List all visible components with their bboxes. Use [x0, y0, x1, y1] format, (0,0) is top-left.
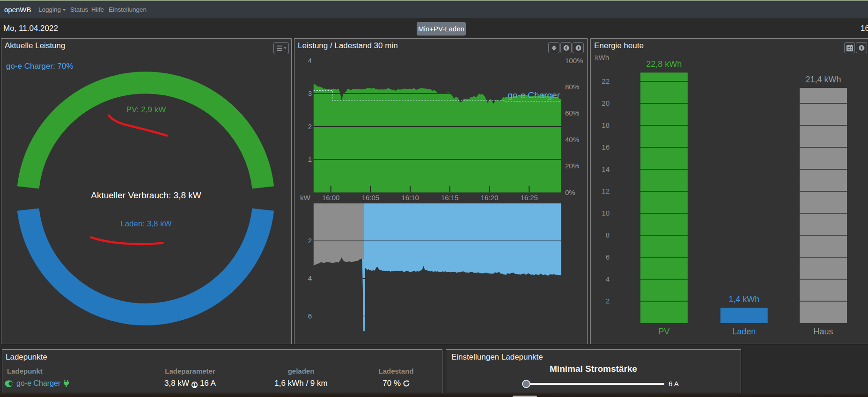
svg-text:16:00: 16:00 [322, 194, 340, 202]
svg-text:20: 20 [602, 99, 610, 107]
svg-text:16:25: 16:25 [520, 194, 538, 202]
svg-text:go-e Charger: go-e Charger [508, 90, 560, 100]
svg-text:60%: 60% [565, 109, 579, 117]
svg-text:6: 6 [308, 312, 312, 320]
svg-text:80%: 80% [565, 83, 579, 91]
svg-text:4: 4 [308, 274, 312, 282]
svg-text:14: 14 [602, 165, 610, 173]
svg-text:3: 3 [308, 89, 312, 97]
svg-text:0%: 0% [565, 188, 575, 196]
svg-text:16:10: 16:10 [401, 194, 419, 202]
svg-text:4: 4 [308, 57, 312, 65]
svg-text:6: 6 [606, 253, 610, 261]
svg-text:10: 10 [602, 209, 610, 217]
svg-text:4: 4 [606, 275, 610, 283]
svg-text:40%: 40% [565, 136, 579, 144]
svg-text:12: 12 [602, 187, 610, 195]
svg-text:2: 2 [308, 123, 312, 130]
svg-text:1: 1 [308, 155, 312, 163]
svg-text:2: 2 [308, 237, 312, 245]
svg-text:16: 16 [602, 143, 610, 151]
svg-text:Haus: Haus [813, 327, 833, 336]
svg-text:PV: PV [658, 327, 669, 336]
svg-text:22,8 kWh: 22,8 kWh [646, 59, 682, 69]
svg-text:16:20: 16:20 [481, 194, 499, 202]
svg-text:18: 18 [602, 121, 610, 129]
svg-text:16:05: 16:05 [362, 194, 380, 202]
svg-text:21,4 kWh: 21,4 kWh [805, 75, 841, 84]
svg-text:8: 8 [606, 231, 610, 239]
svg-text:kW: kW [300, 194, 311, 202]
svg-text:16:15: 16:15 [441, 194, 459, 202]
svg-text:Laden: Laden [732, 327, 756, 336]
svg-text:100%: 100% [565, 57, 583, 65]
svg-text:22: 22 [602, 77, 610, 85]
svg-text:1,4 kWh: 1,4 kWh [728, 295, 759, 304]
svg-text:20%: 20% [565, 162, 579, 170]
svg-text:2: 2 [606, 297, 610, 305]
svg-text:kWh: kWh [595, 53, 609, 61]
